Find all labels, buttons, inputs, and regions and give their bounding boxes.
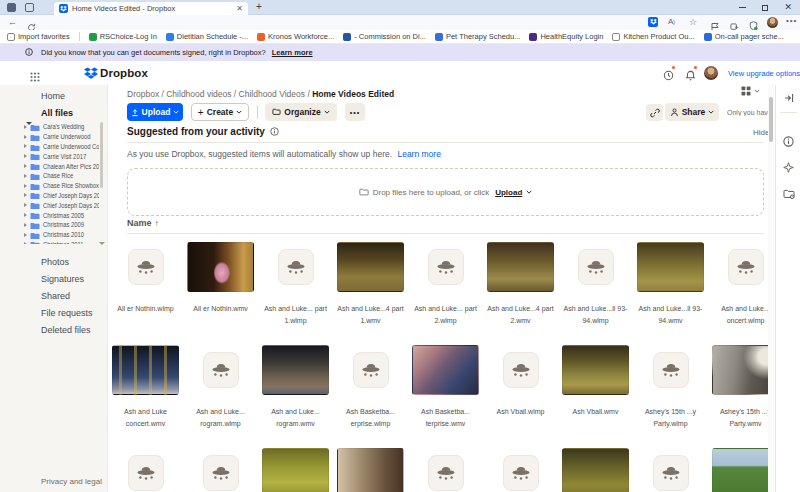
- caret-right-icon[interactable]: [24, 203, 27, 207]
- account-avatar[interactable]: [704, 66, 718, 80]
- info-icon[interactable]: [782, 135, 795, 148]
- sidebar-item-photos[interactable]: Photos: [41, 257, 69, 267]
- file-tile[interactable]: Ash Vball.wlmp: [483, 345, 558, 430]
- dropbox-logo-icon[interactable]: [84, 66, 98, 84]
- dropzone[interactable]: Drop files here to upload, or click Uplo…: [127, 168, 764, 216]
- bell-icon[interactable]: [685, 67, 696, 85]
- caret-right-icon[interactable]: [24, 193, 27, 197]
- file-tile[interactable]: Ash and Luke... oncert.wlmp: [708, 242, 770, 327]
- close-button[interactable]: ✕: [784, 3, 792, 12]
- tree-folder-item[interactable]: Chase Rice: [0, 171, 99, 181]
- file-tile[interactable]: Ash Basketba... erprise.wlmp: [333, 345, 408, 430]
- countdown-icon[interactable]: [663, 67, 674, 85]
- caret-right-icon[interactable]: [24, 125, 27, 129]
- caret-right-icon[interactable]: [24, 154, 27, 158]
- bookmark-item[interactable]: Kitchen Product Ou...: [612, 32, 694, 41]
- file-tile[interactable]: [633, 448, 708, 492]
- browser-workspace-icon[interactable]: [7, 3, 16, 12]
- file-tile[interactable]: [483, 448, 558, 492]
- folder-settings-icon[interactable]: [782, 187, 795, 200]
- tree-folder-item[interactable]: Chase Rice Showbox: [0, 181, 99, 191]
- file-tile[interactable]: Ash and Luke... part 1.wlmp: [258, 242, 333, 327]
- create-button[interactable]: + Create: [191, 103, 249, 121]
- organize-button[interactable]: Organize: [265, 103, 337, 121]
- file-tile[interactable]: Ash and Luke...4 part 2.wmv: [483, 242, 558, 327]
- file-tile[interactable]: [333, 448, 408, 492]
- share-button[interactable]: Share: [665, 103, 719, 121]
- browser-profile-avatar[interactable]: [767, 17, 778, 28]
- tree-folder-item[interactable]: Chief Joseph Days 2021: [0, 200, 99, 210]
- bookmark-item[interactable]: Import favorites: [7, 32, 70, 41]
- dropzone-upload-link[interactable]: Upload: [495, 188, 522, 197]
- file-tile[interactable]: [258, 448, 333, 492]
- sidebar-item-home[interactable]: Home: [41, 91, 65, 101]
- view-toggle-button[interactable]: [741, 86, 760, 96]
- caret-right-icon[interactable]: [24, 174, 27, 178]
- file-tile[interactable]: Ash and Luke concert.wmv: [108, 345, 183, 430]
- read-aloud-icon[interactable]: A): [668, 17, 675, 26]
- tree-folder-item[interactable]: Chalean After Pics 2012: [0, 161, 99, 171]
- file-tile[interactable]: Ash Basketba... terprise.wmv: [408, 345, 483, 430]
- caret-right-icon[interactable]: [24, 144, 27, 148]
- file-tile[interactable]: Ash Vball.wmv: [558, 345, 633, 430]
- file-tile[interactable]: [108, 448, 183, 492]
- file-tile[interactable]: Ashey's 15th ...y Party.wmv: [708, 345, 770, 430]
- scrollbar-thumb[interactable]: [769, 97, 773, 142]
- sidebar-item-signatures[interactable]: Signatures: [41, 274, 84, 284]
- minimize-button[interactable]: [739, 7, 746, 8]
- bookmark-item[interactable]: Pet Therapy Schedu...: [435, 32, 521, 41]
- tree-folder-item[interactable]: Carrie Underwood Conc...: [0, 142, 99, 152]
- caret-right-icon[interactable]: [24, 233, 27, 237]
- bookmark-item[interactable]: - Commission on Di...: [343, 32, 426, 41]
- tree-folder-item[interactable]: Christmas 2010: [0, 230, 99, 240]
- bookmark-item[interactable]: Kronos Workforce...: [257, 32, 334, 41]
- back-icon[interactable]: ←: [8, 17, 17, 27]
- tree-folder-item[interactable]: Carrie Visit 2017: [0, 151, 99, 161]
- file-tile[interactable]: [183, 448, 258, 492]
- breadcrumb-link[interactable]: Childhood videos: [166, 89, 231, 99]
- caret-right-icon[interactable]: [24, 223, 27, 227]
- bookmark-item[interactable]: Dietitian Schedule -...: [166, 32, 248, 41]
- upload-button[interactable]: Upload: [127, 103, 183, 121]
- caret-right-icon[interactable]: [24, 184, 27, 188]
- browser-tab[interactable]: Home Videos Edited - Dropbox ✕: [54, 2, 248, 15]
- file-tile[interactable]: Ashey's 15th ...y Party.wlmp: [633, 345, 708, 430]
- caret-right-icon[interactable]: [24, 242, 27, 244]
- learn-more-link[interactable]: Learn more: [397, 149, 440, 159]
- sparkle-icon[interactable]: [782, 161, 795, 174]
- file-tile[interactable]: Ash and Luke... rogram.wlmp: [183, 345, 258, 430]
- tab-close-icon[interactable]: ✕: [236, 4, 243, 13]
- file-tile[interactable]: [708, 448, 770, 492]
- sidebar-item-shared[interactable]: Shared: [41, 291, 70, 301]
- bookmark-item[interactable]: HealthEquity Login: [529, 32, 603, 41]
- sidebar-scrollbar-thumb[interactable]: [100, 122, 103, 188]
- file-tile[interactable]: All er Nothin.wmv: [183, 242, 258, 327]
- sidebar-item-all-files[interactable]: All files: [41, 108, 73, 118]
- info-icon[interactable]: [270, 127, 279, 136]
- upgrade-link[interactable]: View upgrade options: [728, 69, 800, 78]
- main-scrollbar[interactable]: [768, 85, 774, 492]
- file-tile[interactable]: Ash and Luke...4 part 1.wmv: [333, 242, 408, 327]
- tree-folder-item[interactable]: Carrie Underwood: [0, 132, 99, 142]
- column-header-name[interactable]: Name ↑: [127, 218, 159, 228]
- brand-name[interactable]: Dropbox: [100, 67, 148, 79]
- sidebar-scroll-down-icon[interactable]: [99, 242, 105, 245]
- file-tile[interactable]: [558, 448, 633, 492]
- file-tile[interactable]: Ash and Luke...ll 93- 94.wlmp: [558, 242, 633, 327]
- collapse-panel-icon[interactable]: [782, 91, 795, 104]
- bookmark-item[interactable]: RSChoice-Log In: [89, 32, 157, 41]
- bookmark-item[interactable]: On-call pager sche...: [704, 32, 784, 41]
- tree-folder-item[interactable]: Chief Joseph Days 2014: [0, 191, 99, 201]
- tree-folder-item[interactable]: Christmas 2009: [0, 220, 99, 230]
- sidebar-item-file-requests[interactable]: File requests: [41, 308, 93, 318]
- new-tab-button[interactable]: +: [256, 1, 262, 12]
- file-tile[interactable]: Ash and Luke... part 2.wlmp: [408, 242, 483, 327]
- tree-folder-item[interactable]: Christmas 2005: [0, 210, 99, 220]
- maximize-button[interactable]: [762, 5, 768, 11]
- dropbox-extension-icon[interactable]: [648, 17, 658, 27]
- banner-learn-more-link[interactable]: Learn more: [272, 48, 313, 57]
- browser-tab-actions-icon[interactable]: [25, 3, 34, 12]
- more-actions-button[interactable]: •••: [345, 103, 365, 121]
- file-tile[interactable]: [408, 448, 483, 492]
- caret-right-icon[interactable]: [24, 164, 27, 168]
